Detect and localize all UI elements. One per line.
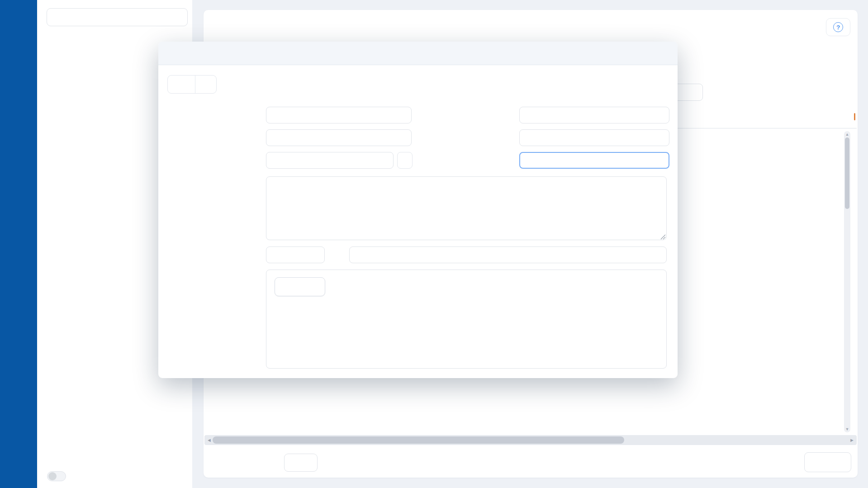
tgl-input[interactable]	[519, 129, 669, 146]
mata-uang-label	[168, 251, 259, 259]
pagination-bar	[204, 448, 857, 478]
translate-icon[interactable]	[9, 351, 28, 369]
lampiran-dropzone[interactable]	[266, 270, 667, 369]
jumlah-input[interactable]	[349, 246, 667, 263]
resize-handle-icon[interactable]	[660, 233, 666, 239]
horizontal-scrollbar[interactable]: ◄ ►	[204, 435, 857, 445]
pilih-file-button[interactable]	[275, 277, 325, 296]
clear-x-icon[interactable]	[646, 112, 653, 118]
collapse-icon[interactable]	[10, 459, 27, 476]
tambah-transaksi-modal	[158, 42, 678, 378]
inbox-icon[interactable]	[9, 317, 28, 336]
dari-input[interactable]	[266, 152, 394, 169]
page-size-select[interactable]	[804, 452, 851, 472]
chevron-right-icon[interactable]	[337, 457, 348, 469]
help-icon: ?	[833, 22, 843, 32]
cara-bayar-select[interactable]	[519, 152, 669, 169]
window-icon[interactable]	[648, 48, 659, 59]
deskripsi-textarea[interactable]	[266, 176, 667, 240]
scroll-up-arrow[interactable]: ▲	[844, 132, 850, 137]
paint-icon[interactable]	[9, 387, 28, 405]
scroll-down-arrow[interactable]: ▼	[844, 426, 850, 432]
column-marker	[854, 113, 855, 120]
clear-x-icon[interactable]	[302, 251, 308, 258]
chevron-down-icon[interactable]	[399, 112, 406, 118]
vertical-scrollbar[interactable]: ▲ ▼	[844, 131, 850, 432]
chevrons-right-icon[interactable]	[351, 457, 363, 469]
calendar-icon[interactable]	[655, 133, 664, 142]
clipboard-check-icon	[202, 80, 210, 89]
person-check-icon	[400, 156, 410, 166]
offline-toggle[interactable]	[47, 471, 66, 481]
chevron-down-icon	[837, 459, 844, 466]
papan-select[interactable]	[266, 107, 412, 123]
offline-control	[47, 471, 72, 481]
penawaran-terkait-select[interactable]	[519, 107, 669, 123]
check-circle-icon	[175, 80, 184, 89]
modal-header	[158, 42, 678, 65]
close-icon[interactable]	[664, 48, 675, 59]
clear-x-icon[interactable]	[646, 157, 653, 164]
page-number-input[interactable]	[284, 454, 318, 472]
help-button[interactable]: ?	[826, 18, 850, 36]
horizontal-scrollbar-thumb[interactable]	[213, 436, 624, 444]
chevron-down-icon[interactable]	[312, 251, 319, 258]
save-template-button[interactable]	[195, 76, 216, 93]
calendar-grid-icon[interactable]	[706, 87, 716, 98]
scroll-left-arrow[interactable]: ◄	[207, 436, 212, 444]
save-button-group	[167, 75, 217, 94]
toggle-knob	[48, 472, 57, 480]
scroll-right-arrow[interactable]: ►	[849, 436, 854, 444]
mata-uang-select[interactable]	[266, 246, 325, 263]
chevron-left-icon[interactable]	[232, 457, 243, 469]
cube-logo-icon[interactable]	[6, 271, 31, 296]
app-screen: ? ▲ ▼ ◄ ►	[0, 0, 868, 488]
person-icon[interactable]	[9, 422, 28, 440]
catatan-input[interactable]	[266, 129, 412, 146]
chevron-down-icon[interactable]	[657, 157, 664, 164]
refresh-icon[interactable]	[373, 458, 384, 469]
vertical-scrollbar-thumb[interactable]	[845, 137, 849, 209]
upload-icon	[294, 283, 302, 291]
select-contact-button[interactable]	[397, 152, 413, 169]
save-button[interactable]	[168, 76, 195, 93]
icon-rail	[0, 0, 37, 488]
home-icon[interactable]	[10, 12, 27, 29]
clear-x-icon[interactable]	[389, 112, 395, 118]
chevrons-left-icon[interactable]	[216, 457, 228, 469]
chevron-down-icon[interactable]	[657, 112, 664, 118]
